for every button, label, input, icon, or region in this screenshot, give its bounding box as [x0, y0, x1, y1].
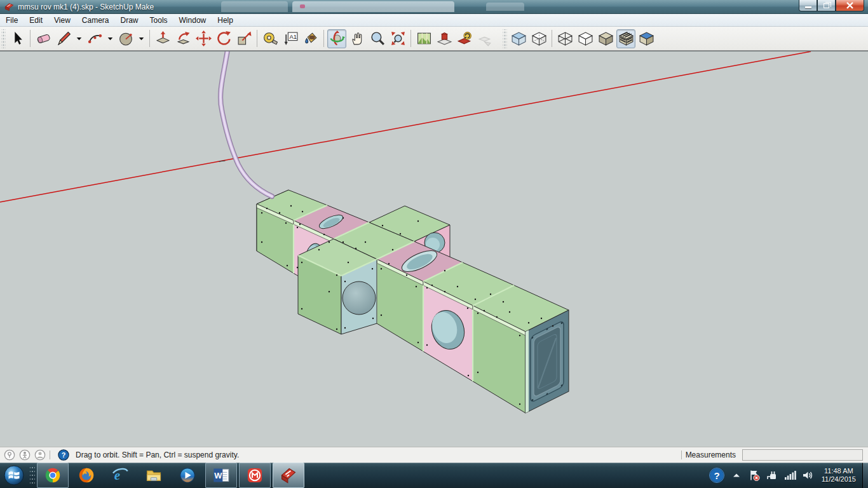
add-location-button[interactable]	[414, 29, 433, 48]
menu-view[interactable]: View	[48, 15, 76, 26]
show-desktop-button[interactable]	[862, 463, 868, 488]
toolbar: A1	[0, 27, 868, 51]
menu-help[interactable]: Help	[212, 15, 239, 26]
svg-text:?: ?	[62, 451, 66, 459]
taskbar-wmp-button[interactable]	[172, 463, 203, 488]
measurements-input[interactable]	[742, 449, 863, 461]
help-icon[interactable]: ?	[58, 449, 69, 461]
circle-dropdown-button[interactable]	[137, 29, 146, 48]
network-signal-icon[interactable]	[783, 469, 796, 482]
pencil-icon	[56, 30, 72, 46]
zoom-magnifier-icon	[370, 30, 386, 46]
taskbar-sketchup-button[interactable]	[273, 463, 304, 488]
chrome-icon	[44, 466, 62, 484]
zoom-tool-button[interactable]	[368, 29, 387, 48]
window-title: mmsu rov mk1 (4).skp - SketchUp Make	[18, 3, 154, 11]
scale-icon	[236, 30, 252, 46]
action-center-flag-icon[interactable]	[748, 469, 761, 482]
toolbar-grip[interactable]	[503, 29, 507, 48]
follow-me-tool-button[interactable]	[173, 29, 193, 48]
tray-time: 11:48 AM	[822, 467, 856, 475]
rotate-icon	[216, 30, 232, 46]
zoom-extents-icon	[390, 30, 406, 46]
menu-tools[interactable]: Tools	[144, 15, 173, 26]
style-shaded-button[interactable]	[596, 29, 615, 48]
paint-bucket-icon	[303, 30, 319, 46]
orbit-tool-button[interactable]	[327, 29, 346, 48]
start-button[interactable]	[0, 463, 28, 488]
paint-bucket-tool-button[interactable]	[301, 29, 320, 48]
menu-file[interactable]: File	[0, 15, 24, 26]
media-player-icon	[179, 466, 196, 484]
style-hidden-line-button[interactable]	[576, 29, 595, 48]
close-button[interactable]	[836, 0, 864, 11]
rotate-tool-button[interactable]	[214, 29, 233, 48]
share-model-icon	[457, 30, 473, 46]
viewport-canvas[interactable]	[0, 51, 868, 447]
tray-clock[interactable]: 11:48 AM 11/24/2015	[822, 467, 856, 484]
scale-tool-button[interactable]	[234, 29, 254, 48]
power-plug-icon[interactable]	[766, 469, 778, 482]
text-tool-button[interactable]: A1	[281, 29, 300, 48]
restore-button[interactable]	[817, 0, 836, 11]
close-icon	[846, 2, 854, 9]
text-tool-icon: A1	[283, 30, 299, 46]
minimize-icon	[805, 6, 811, 8]
style-shaded-textures-button[interactable]	[616, 29, 635, 48]
zoom-extents-button[interactable]	[388, 29, 407, 48]
push-pull-tool-button[interactable]	[153, 29, 172, 48]
taskbar-chrome-button[interactable]	[37, 463, 69, 488]
taskbar-makerbot-button[interactable]	[239, 463, 271, 488]
pan-tool-button[interactable]	[348, 29, 367, 48]
send-to-layout-button[interactable]	[475, 29, 494, 48]
back-edges-cube-icon	[531, 30, 547, 46]
toolbar-grip[interactable]	[1, 29, 6, 48]
eraser-tool-button[interactable]	[34, 29, 53, 48]
taskbar-ie-button[interactable]: e	[104, 463, 136, 488]
chevron-down-icon	[137, 30, 146, 46]
titlebar[interactable]: mmsu rov mk1 (4).skp - SketchUp Make	[0, 0, 868, 14]
help-icon[interactable]: ?	[709, 467, 725, 484]
push-pull-icon	[155, 30, 171, 46]
select-tool-button[interactable]	[8, 29, 27, 48]
style-back-edges-button[interactable]	[529, 29, 548, 48]
style-monochrome-button[interactable]	[637, 29, 656, 48]
signin-icon[interactable]	[34, 449, 46, 461]
menu-draw[interactable]: Draw	[115, 15, 144, 26]
share-model-button[interactable]	[455, 29, 474, 48]
menu-camera[interactable]: Camera	[76, 15, 115, 26]
move-tool-button[interactable]	[194, 29, 213, 48]
circle-tool-button[interactable]	[116, 29, 135, 48]
window-controls	[799, 0, 864, 11]
credits-icon[interactable]	[19, 449, 31, 461]
taskbar-explorer-button[interactable]	[138, 463, 170, 488]
xray-cube-icon	[511, 30, 527, 46]
hidden-line-cube-icon	[578, 30, 593, 46]
measurements-label: Measurements	[686, 451, 736, 459]
menu-edit[interactable]: Edit	[24, 15, 48, 26]
geolocation-icon[interactable]	[4, 449, 15, 461]
tape-measure-tool-button[interactable]	[261, 29, 280, 48]
menu-window[interactable]: Window	[173, 15, 212, 26]
taskbar-grip[interactable]	[30, 467, 35, 484]
taskbar-word-button[interactable]: W	[205, 463, 237, 488]
statusbar-divider	[50, 451, 50, 459]
style-xray-button[interactable]	[509, 29, 528, 48]
minimize-button[interactable]	[799, 0, 817, 11]
arc-tool-button[interactable]	[85, 29, 104, 48]
line-tool-button[interactable]	[54, 29, 73, 48]
sketchup-app-icon	[4, 2, 14, 11]
warehouse-3d-button[interactable]	[435, 29, 454, 48]
3d-warehouse-icon	[437, 30, 452, 46]
orbit-icon	[329, 30, 345, 46]
taskbar-firefox-button[interactable]	[71, 463, 102, 488]
svg-text:A1: A1	[289, 34, 296, 40]
arc-dropdown-button[interactable]	[105, 29, 115, 48]
show-hidden-icon[interactable]	[730, 469, 743, 482]
volume-icon[interactable]	[801, 469, 814, 482]
arc-icon	[87, 30, 103, 46]
style-wireframe-button[interactable]	[555, 29, 574, 48]
monochrome-cube-icon	[639, 30, 654, 46]
line-dropdown-button[interactable]	[74, 29, 84, 48]
windows-start-icon	[3, 464, 25, 486]
